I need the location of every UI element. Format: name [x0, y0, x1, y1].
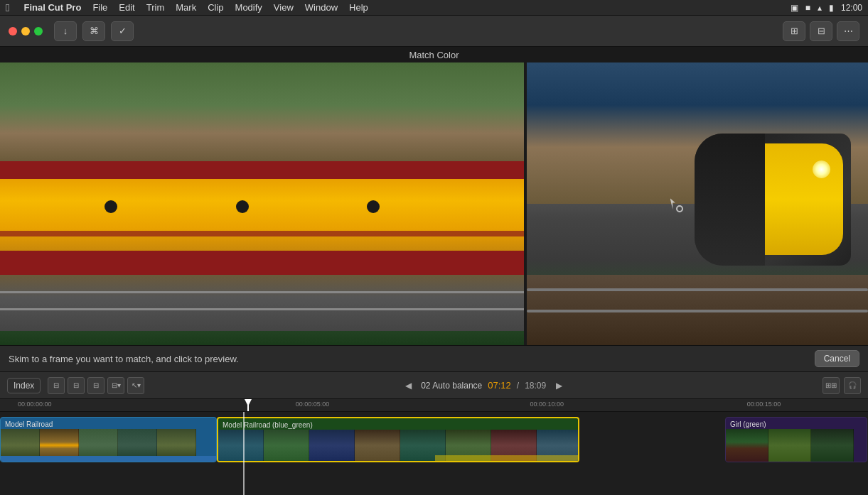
menubar:  Final Cut Pro File Edit Trim Mark Clip… [0, 0, 868, 16]
rail-right-1 [527, 288, 868, 291]
traffic-lights [9, 27, 43, 36]
clip-model-railroad-bg[interactable]: Model Railroad (blue_green) [217, 417, 579, 462]
menu-modify[interactable]: Modify [235, 2, 262, 13]
clip-dropdown[interactable]: ⊟▾ [107, 377, 124, 394]
ruler-label-5: 00:00:05:00 [296, 401, 330, 408]
train-front-yellow [757, 143, 843, 254]
menu-mark[interactable]: Mark [176, 2, 196, 13]
clock-icon: 12:00 [841, 3, 862, 13]
cancel-button[interactable]: Cancel [815, 350, 859, 367]
toolbar: ↓ ⌘ ✓ ⊞ ⊟ ⋯ [0, 16, 868, 47]
app-name[interactable]: Final Cut Pro [23, 2, 81, 13]
wifi-icon: ▴ [818, 3, 822, 13]
clip-bottom-bar-blue [1, 456, 217, 462]
main-area: Match Color [0, 47, 868, 495]
ruler-label-0: 00:00:00:00 [18, 401, 52, 408]
train-dot-3 [367, 200, 380, 213]
match-color-title: Match Color [0, 47, 868, 62]
train-front-container [695, 134, 851, 289]
fullscreen-button[interactable] [34, 27, 43, 36]
menu-view[interactable]: View [274, 2, 294, 13]
clip-model-railroad-label: Model Railroad [5, 420, 53, 428]
dropbox-icon: ▣ [791, 3, 798, 13]
track-area [0, 275, 524, 332]
clip-view-icon-3[interactable]: ⊟ [87, 377, 105, 394]
train-front-body [695, 134, 851, 266]
prev-clip-button[interactable]: ◀ [401, 379, 415, 393]
clip-name-display: 02 Auto balance [421, 381, 482, 391]
instruction-text: Skim to a frame you want to match, and c… [9, 354, 239, 364]
back-button[interactable]: ↓ [54, 21, 77, 41]
clip-view-icon[interactable]: ⊟ [48, 377, 65, 394]
battery-icon: ▮ [829, 3, 834, 13]
menu-clip[interactable]: Clip [208, 2, 223, 13]
timeline-center: ◀ 02 Auto balance 07:12 / 18:09 ▶ [401, 379, 566, 393]
select-tool[interactable]: ↖▾ [127, 377, 144, 394]
clip-view-icon-2[interactable]: ⊟ [68, 377, 85, 394]
train-body-dark [695, 134, 765, 266]
key-button[interactable]: ⌘ [82, 21, 105, 41]
clip-model-railroad[interactable]: Model Railroad [0, 417, 217, 462]
headlight [813, 161, 830, 178]
menu-help[interactable]: Help [349, 2, 368, 13]
timeline-tools: ⊟ ⊟ ⊟ ⊟▾ ↖▾ [48, 377, 144, 394]
menu-edit[interactable]: Edit [119, 2, 134, 13]
clip-girl-green[interactable]: Girl (green) [725, 417, 867, 462]
minimize-button[interactable] [21, 27, 30, 36]
cursor-circle [676, 205, 683, 212]
timeline-ruler[interactable]: 00:00:00:00 00:00:05:00 00:00:10:00 00:0… [0, 399, 868, 412]
preview-area: Match Color [0, 47, 868, 345]
instruction-bar: Skim to a frame you want to match, and c… [0, 345, 868, 372]
timecode-separator: / [517, 381, 519, 391]
toolbar-right-buttons: ⊞ ⊟ ⋯ [783, 21, 859, 41]
clip-girl-label: Girl (green) [730, 420, 766, 428]
thumb-g-1 [726, 429, 768, 462]
check-button[interactable]: ✓ [111, 21, 134, 41]
menu-file[interactable]: File [92, 2, 107, 13]
thumb-bg-2 [264, 430, 309, 461]
clip-thumbnails-3 [726, 429, 867, 462]
duration-display: 18:09 [525, 381, 546, 391]
track-row-main: Model Railroad Model Railroad (blue_gree… [0, 415, 868, 467]
playhead[interactable] [247, 399, 249, 411]
clip-bottom-bar-yellow [435, 455, 579, 461]
rail-right-2 [527, 310, 868, 312]
menu-trim[interactable]: Trim [146, 2, 165, 13]
thumb-g-2 [768, 429, 811, 462]
train-mid-stripe [0, 231, 524, 236]
timecode-display: 07:12 [488, 380, 511, 391]
match-color-label: Match Color [409, 50, 459, 60]
close-button[interactable] [9, 27, 17, 36]
thumb-bg-4 [355, 430, 400, 461]
timeline-right-icons: ⊞⊞ 🎧 [823, 377, 861, 394]
timeline-tracks[interactable]: Model Railroad Model Railroad (blue_gree… [0, 412, 868, 495]
thumb-g-3 [811, 429, 854, 462]
track-ground [527, 275, 868, 346]
menubar-system-icons: ▣ ■ ▴ ▮ 12:00 [791, 3, 862, 13]
timeline-header: Index ⊟ ⊟ ⊟ ⊟▾ ↖▾ ◀ 02 Auto balance 07:1… [0, 372, 868, 399]
audio-button[interactable]: 🎧 [844, 377, 861, 394]
1password-icon: ■ [805, 3, 810, 13]
train-stripe-yellow [0, 179, 524, 250]
left-video-frame [0, 62, 524, 345]
thumb-bg-3 [309, 430, 355, 461]
menu-window[interactable]: Window [305, 2, 338, 13]
rail-2 [0, 308, 524, 310]
grid-button[interactable]: ⊟ [810, 21, 832, 41]
train-dot-1 [105, 200, 117, 213]
train-body [0, 161, 524, 280]
clip-bg-label: Model Railroad (blue_green) [223, 421, 313, 429]
left-preview[interactable] [0, 62, 524, 345]
clip-appearance-button[interactable]: ⊞⊞ [823, 377, 840, 394]
index-button[interactable]: Index [7, 378, 41, 393]
train-stripe-top [0, 161, 524, 179]
next-clip-button[interactable]: ▶ [552, 379, 566, 393]
layout-button[interactable]: ⊞ [783, 21, 805, 41]
right-video-frame [527, 62, 868, 345]
more-button[interactable]: ⋯ [837, 21, 859, 41]
apple-icon[interactable]:  [6, 1, 9, 13]
train-dot-2 [236, 200, 249, 213]
ruler-label-15: 00:00:15:00 [747, 401, 781, 408]
rail-1 [0, 291, 524, 293]
right-preview[interactable] [527, 62, 868, 345]
